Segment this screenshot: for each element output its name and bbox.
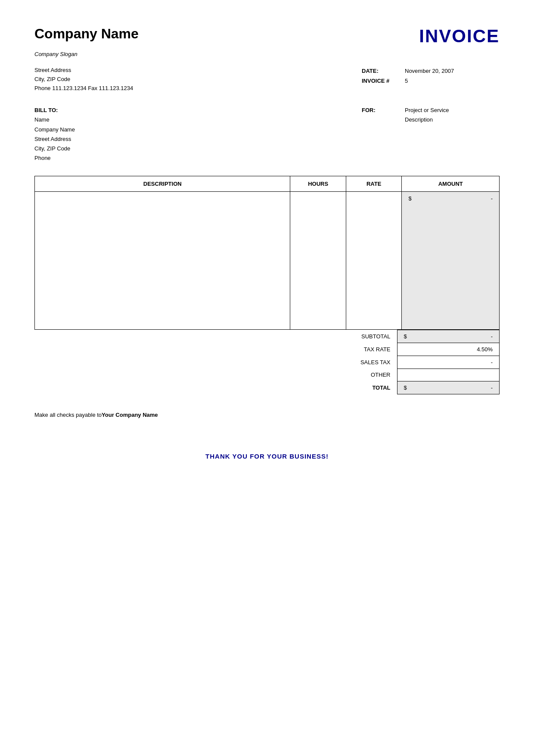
phone-fax: Phone 111.123.1234 Fax 111.123.1234	[34, 84, 133, 93]
bill-to-block: BILL TO: Name Company Name Street Addres…	[34, 106, 75, 163]
hours-cell	[290, 295, 346, 312]
invoice-table: DESCRIPTION HOURS RATE AMOUNT $-	[34, 176, 500, 330]
table-row	[35, 295, 500, 312]
company-name-block: Company Name	[34, 26, 139, 42]
rate-cell	[346, 226, 401, 243]
total-value: $ -	[397, 381, 500, 394]
rate-cell	[346, 191, 401, 209]
summary-table: SUBTOTAL $ - TAX RATE 4.50% SALES TAX - …	[34, 330, 500, 394]
bill-to-city-zip: City, ZIP Code	[34, 144, 75, 153]
street-address: Street Address	[34, 66, 133, 75]
hours-cell	[290, 209, 346, 226]
desc-cell	[35, 191, 290, 209]
desc-cell	[35, 278, 290, 295]
rate-cell	[346, 260, 401, 278]
date-row: DATE: November 20, 2007	[362, 66, 500, 76]
footer-note: Make all checks payable toYour Company N…	[34, 412, 500, 418]
amount-cell	[402, 209, 500, 226]
footer-company-name: Your Company Name	[102, 412, 158, 418]
bill-to-company: Company Name	[34, 125, 75, 134]
date-value: November 20, 2007	[405, 66, 454, 76]
rate-cell	[346, 295, 401, 312]
invoice-num-row: INVOICE # 5	[362, 76, 500, 86]
amount-cell	[402, 278, 500, 295]
city-zip: City, ZIP Code	[34, 75, 133, 84]
other-value	[397, 369, 500, 381]
rate-cell	[346, 278, 401, 295]
table-row: $-	[35, 191, 500, 209]
bill-to-street: Street Address	[34, 134, 75, 144]
col-rate: RATE	[346, 176, 401, 191]
subtotal-row: SUBTOTAL $ -	[34, 330, 500, 343]
col-description: DESCRIPTION	[35, 176, 290, 191]
amount-cell	[402, 260, 500, 278]
for-row: FOR: Project or Service Description	[362, 106, 500, 125]
table-row	[35, 260, 500, 278]
desc-cell	[35, 209, 290, 226]
hours-cell	[290, 278, 346, 295]
amount-cell	[402, 295, 500, 312]
table-row	[35, 243, 500, 260]
amount-cell	[402, 312, 500, 329]
subtotal-amount: -	[491, 333, 493, 340]
date-label: DATE:	[362, 66, 400, 76]
total-row: TOTAL $ -	[34, 381, 500, 394]
tax-rate-label: TAX RATE	[34, 343, 397, 356]
address-section: Street Address City, ZIP Code Phone 111.…	[34, 66, 500, 93]
invoice-meta: DATE: November 20, 2007 INVOICE # 5	[362, 66, 500, 93]
table-header-row: DESCRIPTION HOURS RATE AMOUNT	[35, 176, 500, 191]
sales-tax-row: SALES TAX -	[34, 356, 500, 369]
billing-section: BILL TO: Name Company Name Street Addres…	[34, 106, 500, 163]
col-amount: AMOUNT	[402, 176, 500, 191]
footer-note-prefix: Make all checks payable to	[34, 412, 102, 418]
total-label: TOTAL	[34, 381, 397, 394]
desc-cell	[35, 260, 290, 278]
desc-cell	[35, 295, 290, 312]
invoice-title: INVOICE	[419, 26, 500, 47]
sales-tax-amount: -	[491, 359, 493, 366]
for-value-line2: Description	[405, 116, 433, 123]
table-row	[35, 278, 500, 295]
company-name: Company Name	[34, 26, 139, 42]
table-row	[35, 209, 500, 226]
invoice-header: Company Name INVOICE	[34, 26, 500, 47]
table-row	[35, 312, 500, 329]
for-value: Project or Service Description	[405, 106, 449, 125]
company-address: Street Address City, ZIP Code Phone 111.…	[34, 66, 133, 93]
sales-tax-value: -	[397, 356, 500, 369]
subtotal-symbol: $	[404, 333, 407, 340]
invoice-num-label: INVOICE #	[362, 76, 400, 86]
hours-cell	[290, 191, 346, 209]
sales-tax-label: SALES TAX	[34, 356, 397, 369]
for-label: FOR:	[362, 106, 400, 115]
table-row	[35, 226, 500, 243]
tax-rate-row: TAX RATE 4.50%	[34, 343, 500, 356]
bill-to-phone: Phone	[34, 153, 75, 163]
tax-rate-amount: 4.50%	[477, 346, 493, 353]
hours-cell	[290, 312, 346, 329]
amount-cell	[402, 243, 500, 260]
desc-cell	[35, 312, 290, 329]
bill-to-label: BILL TO:	[34, 106, 75, 115]
desc-cell	[35, 243, 290, 260]
col-hours: HOURS	[290, 176, 346, 191]
amount-cell	[402, 226, 500, 243]
total-amount: -	[491, 384, 493, 391]
hours-cell	[290, 260, 346, 278]
other-label: OTHER	[34, 369, 397, 381]
amount-cell: $-	[402, 191, 500, 209]
invoice-num-value: 5	[405, 76, 408, 86]
total-symbol: $	[404, 384, 407, 391]
rate-cell	[346, 209, 401, 226]
other-row: OTHER	[34, 369, 500, 381]
subtotal-label: SUBTOTAL	[34, 330, 397, 343]
table-body: $-	[35, 191, 500, 329]
hours-cell	[290, 243, 346, 260]
for-value-line1: Project or Service	[405, 107, 449, 113]
subtotal-value: $ -	[397, 330, 500, 343]
company-slogan: Company Slogan	[34, 51, 500, 57]
rate-cell	[346, 243, 401, 260]
tax-rate-value: 4.50%	[397, 343, 500, 356]
thank-you-message: THANK YOU FOR YOUR BUSINESS!	[34, 453, 500, 460]
bill-to-name: Name	[34, 115, 75, 125]
